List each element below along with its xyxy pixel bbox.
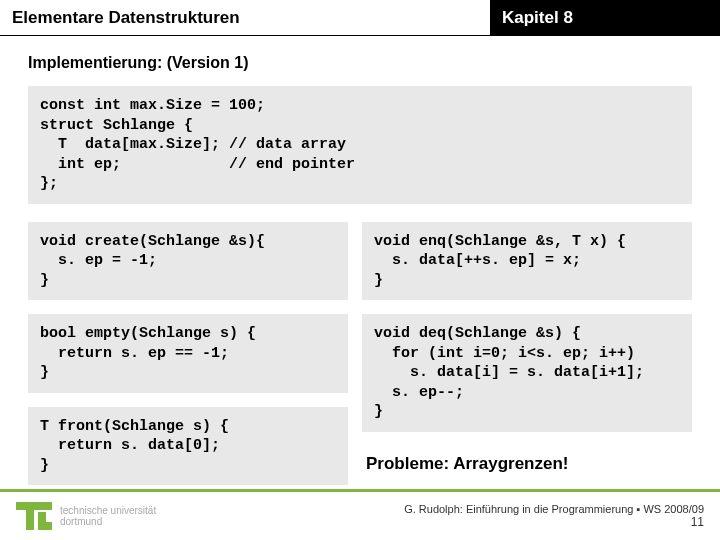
- page-number: 11: [404, 515, 704, 529]
- university-logo-wrap: technische universität dortmund: [16, 502, 156, 530]
- subtitle: Implementierung: (Version 1): [28, 54, 692, 72]
- code-struct: const int max.Size = 100; struct Schlang…: [28, 86, 692, 204]
- credit-line: G. Rudolph: Einführung in die Programmie…: [404, 503, 704, 515]
- university-name: technische universität dortmund: [60, 505, 156, 527]
- code-enq: void enq(Schlange &s, T x) { s. data[++s…: [362, 222, 692, 301]
- code-front: T front(Schlange s) { return s. data[0];…: [28, 407, 348, 486]
- tu-logo-icon: [16, 502, 52, 530]
- slide-footer: technische universität dortmund G. Rudol…: [0, 492, 720, 540]
- problems-label: Probleme: Arraygrenzen!: [366, 454, 692, 474]
- slide-content: Implementierung: (Version 1) const int m…: [0, 36, 720, 485]
- university-name-line2: dortmund: [60, 516, 156, 527]
- code-column-left: void create(Schlange &s){ s. ep = -1; } …: [28, 222, 348, 486]
- code-create: void create(Schlange &s){ s. ep = -1; }: [28, 222, 348, 301]
- university-name-line1: technische universität: [60, 505, 156, 516]
- header-title-left: Elementare Datenstrukturen: [0, 0, 490, 35]
- footer-credits: G. Rudolph: Einführung in die Programmie…: [404, 503, 704, 529]
- code-columns: void create(Schlange &s){ s. ep = -1; } …: [28, 222, 692, 486]
- slide-header: Elementare Datenstrukturen Kapitel 8: [0, 0, 720, 36]
- code-column-right: void enq(Schlange &s, T x) { s. data[++s…: [362, 222, 692, 486]
- code-empty: bool empty(Schlange s) { return s. ep ==…: [28, 314, 348, 393]
- header-title-right: Kapitel 8: [490, 0, 720, 35]
- code-deq: void deq(Schlange &s) { for (int i=0; i<…: [362, 314, 692, 432]
